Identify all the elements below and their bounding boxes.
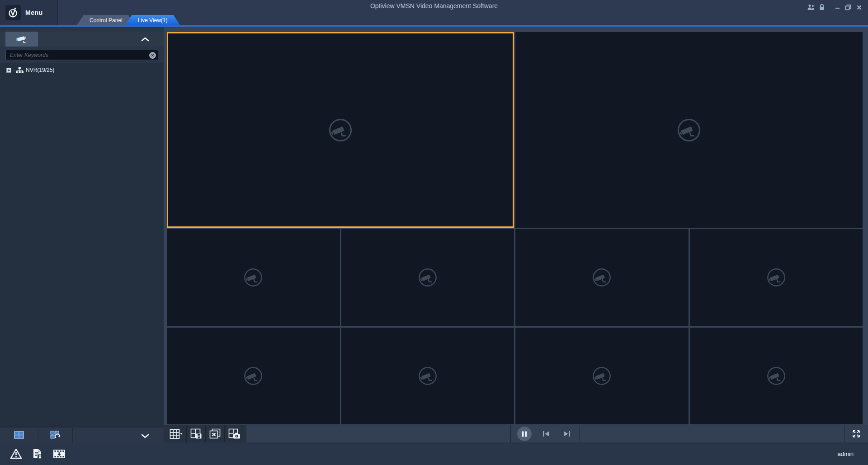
content-area: × + NVR(19/25 <box>0 27 868 442</box>
playback-controls <box>510 425 580 442</box>
video-cell-6[interactable] <box>690 229 863 326</box>
sidebar-bottom-bar <box>0 427 164 442</box>
tab-bar: Control Panel Live View(1) <box>77 15 180 25</box>
statusbar: admin <box>0 442 868 465</box>
camera-placeholder-icon <box>591 366 612 386</box>
view-refresh-button[interactable] <box>38 427 73 442</box>
toolbar-left-section <box>164 425 246 442</box>
user-switch-icon[interactable] <box>806 2 816 12</box>
app-window: Menu Optiview VMSN Video Management Soft… <box>0 0 868 465</box>
video-grid <box>167 32 863 424</box>
view-layout-button[interactable] <box>0 427 38 442</box>
close-icon[interactable] <box>854 2 864 12</box>
restore-icon[interactable] <box>843 2 854 12</box>
chevron-up-icon[interactable] <box>141 35 149 43</box>
cctv-camera-icon <box>15 35 28 44</box>
video-cell-1[interactable] <box>167 32 514 228</box>
camera-placeholder-icon <box>676 117 702 143</box>
next-icon[interactable] <box>561 425 573 442</box>
fullscreen-icon[interactable] <box>844 425 868 442</box>
tree-connector <box>12 70 15 70</box>
video-cell-8[interactable] <box>341 328 514 424</box>
toolbar-separator <box>205 425 206 442</box>
video-cell-5[interactable] <box>515 229 689 326</box>
device-tree: + NVR(19/25) <box>0 63 164 427</box>
previous-icon[interactable] <box>540 425 552 442</box>
toolbar-separator <box>186 425 187 442</box>
menu-label: Menu <box>25 9 43 16</box>
view-layout-icon <box>14 431 24 439</box>
tab-live-view[interactable]: Live View(1) <box>125 15 180 25</box>
logged-in-user: admin <box>838 451 854 457</box>
pause-icon[interactable] <box>517 427 532 441</box>
camera-placeholder-icon <box>766 267 787 288</box>
camera-placeholder-icon <box>243 267 264 288</box>
search-input[interactable] <box>6 50 158 60</box>
video-cell-7[interactable] <box>167 328 340 424</box>
log-export-icon[interactable] <box>32 448 43 460</box>
camera-placeholder-icon <box>417 267 438 288</box>
toolbar-spacer <box>246 425 510 442</box>
tree-item-nvr[interactable]: + NVR(19/25) <box>6 67 164 73</box>
video-cell-2[interactable] <box>515 32 863 228</box>
view-refresh-icon <box>50 431 61 440</box>
video-cell-10[interactable] <box>690 328 863 424</box>
video-cell-3[interactable] <box>167 229 340 326</box>
device-sidebar: × + NVR(19/25 <box>0 27 164 442</box>
camera-placeholder-icon <box>327 117 354 143</box>
camera-placeholder-icon <box>417 366 438 386</box>
network-tree-icon <box>16 67 24 73</box>
screen-split-icon[interactable] <box>167 425 185 442</box>
toolbar-separator <box>224 425 225 442</box>
search-box: × <box>5 50 158 60</box>
record-download-icon[interactable] <box>53 449 66 459</box>
search-clear-icon[interactable]: × <box>149 52 156 59</box>
camera-devices-button[interactable] <box>5 32 38 47</box>
tree-expand-icon[interactable]: + <box>6 68 11 73</box>
camera-placeholder-icon <box>243 366 264 386</box>
camera-placeholder-icon <box>591 267 612 288</box>
close-all-video-icon[interactable] <box>207 425 223 442</box>
window-controls <box>806 2 864 13</box>
alarm-warning-icon[interactable] <box>10 448 22 459</box>
device-panel-header <box>0 32 164 47</box>
tree-item-label: NVR(19/25) <box>26 67 54 73</box>
live-view-toolbar <box>164 425 868 442</box>
save-view-icon[interactable] <box>188 425 205 442</box>
lock-icon[interactable] <box>816 2 827 12</box>
minimize-icon[interactable] <box>832 2 843 12</box>
camera-placeholder-icon <box>766 366 787 386</box>
search-row: × <box>5 50 158 60</box>
chevron-down-icon[interactable] <box>141 432 149 440</box>
video-cell-4[interactable] <box>341 229 514 326</box>
snapshot-icon[interactable] <box>226 425 243 442</box>
app-title: Optiview VMSN Video Management Software <box>0 2 868 9</box>
live-view-main <box>164 27 868 442</box>
video-grid-wrap <box>167 32 863 424</box>
titlebar: Menu Optiview VMSN Video Management Soft… <box>0 0 868 25</box>
video-cell-9[interactable] <box>515 328 689 424</box>
